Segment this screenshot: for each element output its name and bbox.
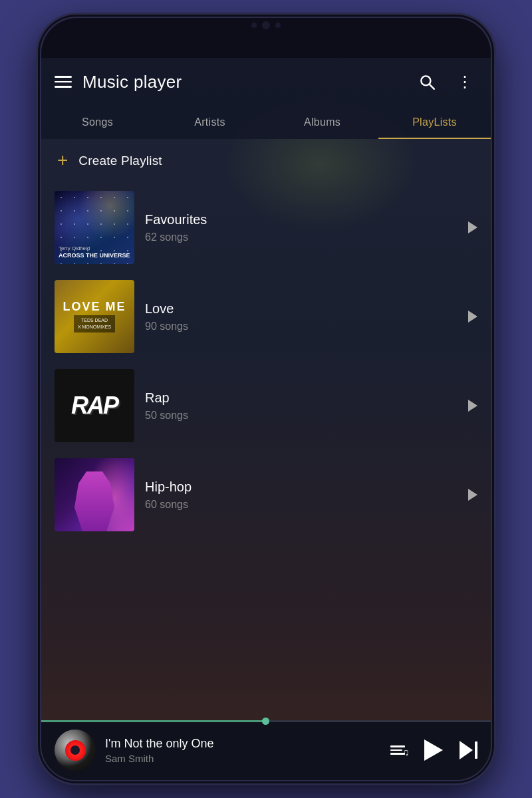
play-button[interactable] <box>417 735 448 765</box>
player-artist-name: Sam Smith <box>105 753 381 764</box>
hiphop-art <box>55 458 134 531</box>
phone-wrapper: Music player ⋮ Songs Artists Albums Play… <box>0 0 532 798</box>
playlist-name: Hip-hop <box>145 479 458 495</box>
player-info: I'm Not the only One Sam Smith <box>105 737 381 764</box>
screen: Music player ⋮ Songs Artists Albums Play… <box>41 58 491 780</box>
create-playlist-label: Create Playlist <box>78 154 162 168</box>
playlist-name: Love <box>145 301 458 317</box>
list-item[interactable]: Hip-hop 60 songs <box>41 450 491 539</box>
svg-line-1 <box>430 84 434 89</box>
tabs: Songs Artists Albums PlayLists <box>41 106 491 139</box>
player-track-title: I'm Not the only One <box>105 737 381 751</box>
more-icon: ⋮ <box>457 74 472 90</box>
menu-line-2 <box>55 81 72 83</box>
tab-playlists[interactable]: PlayLists <box>378 106 491 139</box>
across-universe-art: Terry Oldfield ACROSS THE UNIVERSE <box>55 191 134 264</box>
playlist-count: 50 songs <box>145 410 458 422</box>
skip-triangle-icon <box>460 741 473 759</box>
menu-button[interactable] <box>55 76 72 88</box>
front-camera <box>262 21 270 29</box>
side-buttons-right <box>491 247 492 280</box>
rap-art: RaP <box>55 369 134 442</box>
playlist-info-favourites: Favourites 62 songs <box>145 212 458 243</box>
tab-albums[interactable]: Albums <box>266 106 378 139</box>
playlist-arrow-icon <box>468 221 477 233</box>
art-text-block: Terry Oldfield ACROSS THE UNIVERSE <box>59 245 130 260</box>
love-me-art: LOVE ME TEDS DEADX MONOMIXES <box>55 280 134 353</box>
playlist-arrow-icon <box>468 400 477 412</box>
menu-line-3 <box>55 86 72 88</box>
search-button[interactable] <box>414 68 440 95</box>
list-item[interactable]: Terry Oldfield ACROSS THE UNIVERSE Favou… <box>41 183 491 272</box>
skip-bar-icon <box>475 741 477 759</box>
list-item[interactable]: RaP Rap 50 songs <box>41 361 491 450</box>
playlist-info-rap: Rap 50 songs <box>145 390 458 422</box>
rap-text: RaP <box>71 392 118 420</box>
playlist-count: 62 songs <box>145 231 458 243</box>
player-controls: ♫ <box>390 735 477 765</box>
phone-notch <box>213 18 319 33</box>
playlist-arrow-icon <box>468 311 477 323</box>
list-item[interactable]: LOVE ME TEDS DEADX MONOMIXES Love 90 son… <box>41 272 491 361</box>
art-album-name: ACROSS THE UNIVERSE <box>59 252 130 260</box>
plus-icon: + <box>57 151 68 170</box>
create-playlist-button[interactable]: + Create Playlist <box>41 139 491 183</box>
playlist-info-love: Love 90 songs <box>145 301 458 332</box>
playlist-art-rap: RaP <box>55 369 134 442</box>
music-note-icon: ♫ <box>402 747 410 757</box>
playlist-count: 60 songs <box>145 499 458 511</box>
search-icon <box>418 73 436 90</box>
art-artist-name: Terry Oldfield <box>59 245 130 252</box>
more-options-button[interactable]: ⋮ <box>451 68 477 95</box>
tab-songs[interactable]: Songs <box>41 106 154 139</box>
hiphop-figure <box>74 471 114 531</box>
skip-next-button[interactable] <box>460 741 477 759</box>
app-bar: Music player ⋮ <box>41 58 491 106</box>
progress-bar[interactable] <box>41 720 491 722</box>
bottom-player: I'm Not the only One Sam Smith ♫ <box>41 720 491 780</box>
playlist-info-hiphop: Hip-hop 60 songs <box>145 479 458 511</box>
playlist-arrow-icon <box>468 489 477 501</box>
love-me-text: LOVE ME <box>63 301 126 313</box>
playlist-count: 90 songs <box>145 321 458 332</box>
queue-button[interactable]: ♫ <box>390 745 405 755</box>
speaker <box>251 23 257 28</box>
app-title: Music player <box>82 72 403 92</box>
phone-top-bar <box>41 18 491 58</box>
progress-fill <box>41 720 266 722</box>
love-me-sub: TEDS DEADX MONOMIXES <box>74 315 115 332</box>
power-button[interactable] <box>491 247 492 280</box>
menu-line-1 <box>55 76 72 78</box>
playlist-art-favourites: Terry Oldfield ACROSS THE UNIVERSE <box>55 191 134 264</box>
playlist-art-love: LOVE ME TEDS DEADX MONOMIXES <box>55 280 134 353</box>
playlist-name: Favourites <box>145 212 458 227</box>
player-album-art[interactable] <box>55 730 96 771</box>
playlist-name: Rap <box>145 390 458 406</box>
content-area: + Create Playlist Terry Oldfield ACROSS … <box>41 139 491 720</box>
tab-artists[interactable]: Artists <box>154 106 266 139</box>
play-icon <box>424 739 443 761</box>
playlist-art-hiphop <box>55 458 134 531</box>
phone-frame: Music player ⋮ Songs Artists Albums Play… <box>40 17 492 781</box>
sensor <box>275 23 281 28</box>
